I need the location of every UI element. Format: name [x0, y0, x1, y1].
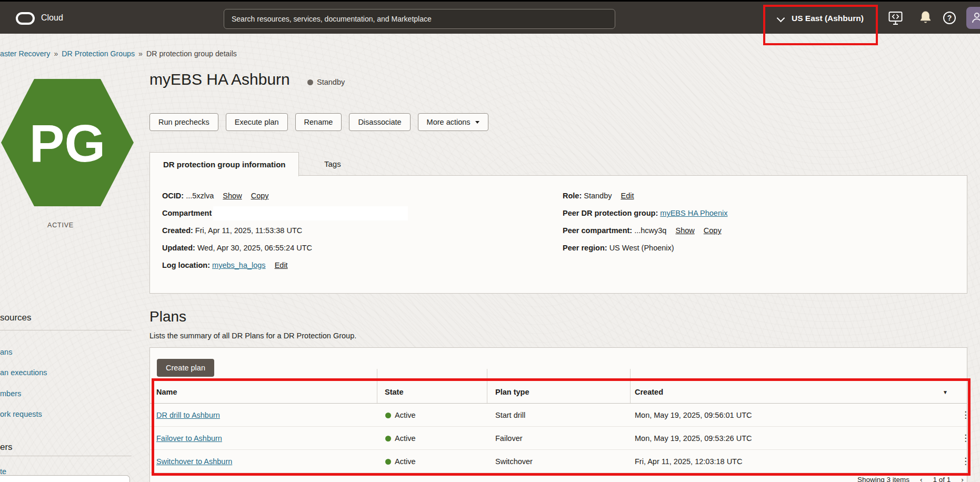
log-location-edit-link[interactable]: Edit [275, 261, 288, 269]
sidebar-item-members[interactable]: mbers [0, 389, 21, 398]
global-search-input[interactable] [224, 9, 615, 29]
sidebar-resources-heading: sources [0, 313, 32, 323]
column-header-name[interactable]: Name [156, 380, 177, 404]
peer-region-value: US West (Phoenix) [609, 244, 674, 252]
region-selector[interactable]: US East (Ashburn) [792, 14, 864, 23]
updated-field: Updated: Wed, Apr 30, 2025, 06:55:24 UTC [162, 244, 312, 252]
plan-state: Active [395, 450, 416, 473]
help-icon[interactable]: ? [943, 12, 956, 24]
breadcrumb-dr-protection-groups[interactable]: DR Protection Groups [62, 49, 135, 58]
protection-group-hexagon-icon: PG [1, 79, 134, 208]
column-header-created[interactable]: Created [635, 380, 663, 404]
plan-created: Mon, May 19, 2025, 09:53:26 UTC [635, 427, 752, 450]
compartment-value-redaction [213, 206, 408, 220]
peer-region-label: Peer region: [563, 244, 607, 252]
created-label: Created: [162, 226, 193, 235]
role-label: Role: [563, 192, 582, 200]
dr-protection-group-information-panel: OCID: ...5xzlva Show Copy Compartment Cr… [149, 175, 967, 294]
peer-group-link[interactable]: myEBS HA Phoenix [660, 209, 727, 217]
sidebar-item-plan-executions[interactable]: an executions [0, 368, 47, 377]
created-field: Created: Fri, Apr 11, 2025, 11:53:38 UTC [162, 226, 302, 235]
column-header-plan-type[interactable]: Plan type [495, 380, 529, 404]
peer-compartment-label: Peer compartment: [563, 226, 632, 235]
create-plan-button[interactable]: Create plan [157, 359, 214, 377]
page-title: myEBS HA Ashburn [149, 71, 290, 88]
sidebar-filters-heading: ers [0, 442, 13, 453]
compartment-label: Compartment [162, 209, 212, 217]
notifications-bell-icon[interactable] [919, 11, 932, 27]
plans-panel: Create plan Name State Plan type Created… [149, 347, 967, 482]
ocid-field: OCID: ...5xzlva Show Copy [162, 192, 269, 200]
created-value: Fri, Apr 11, 2025, 11:53:38 UTC [195, 226, 302, 235]
plan-type: Failover [495, 427, 523, 450]
user-avatar[interactable] [966, 7, 980, 29]
tab-dr-protection-group-information[interactable]: DR protection group information [149, 152, 299, 176]
active-state-dot [385, 436, 391, 441]
pagination-prev-icon[interactable]: ‹ [920, 476, 923, 482]
sidebar-item-plans[interactable]: ans [0, 348, 12, 356]
sidebar-divider [0, 456, 132, 456]
peer-compartment-value: ...hcwy3q [634, 226, 666, 235]
plans-heading: Plans [149, 308, 186, 325]
updated-label: Updated: [162, 244, 195, 252]
plan-link[interactable]: Failover to Ashburn [156, 434, 222, 443]
table-row: Failover to Ashburn Active Failover Mon,… [150, 427, 967, 450]
ocid-show-link[interactable]: Show [223, 192, 242, 200]
standby-status-label: Standby [317, 78, 345, 86]
table-row: Switchover to Ashburn Active Switchover … [150, 450, 967, 473]
plan-state: Active [395, 427, 416, 450]
sidebar-item-work-requests[interactable]: ork requests [0, 410, 42, 418]
brand-label: Cloud [41, 13, 63, 23]
plan-created: Mon, May 19, 2025, 09:56:01 UTC [635, 404, 752, 427]
rename-button[interactable]: Rename [295, 113, 342, 131]
compartment-field: Compartment [162, 209, 212, 217]
plan-type: Start drill [495, 404, 525, 427]
oracle-logo-icon [16, 12, 35, 25]
plans-description: Lists the summary of all DR Plans for a … [149, 332, 356, 340]
showing-items-label: Showing 3 items [857, 476, 909, 482]
role-field: Role: Standby Edit [563, 192, 634, 200]
chevron-down-icon [475, 121, 479, 124]
cloud-shell-icon[interactable] [888, 11, 903, 27]
hexagon-pg-text: PG [29, 114, 105, 173]
log-location-link[interactable]: myebs_ha_logs [212, 261, 266, 269]
sidebar-item-state[interactable]: te [0, 467, 6, 476]
peer-compartment-field: Peer compartment: ...hcwy3q Show Copy [563, 226, 722, 235]
ocid-label: OCID: [162, 192, 184, 200]
pagination-next-icon[interactable]: › [961, 476, 964, 482]
column-header-state[interactable]: State [385, 380, 403, 404]
execute-plan-button[interactable]: Execute plan [226, 113, 288, 131]
row-actions-kebab-icon[interactable]: ⋮ [961, 404, 970, 427]
plan-created: Fri, Apr 11, 2025, 12:03:18 UTC [635, 450, 742, 473]
more-actions-button[interactable]: More actions [418, 113, 488, 131]
row-actions-kebab-icon[interactable]: ⋮ [961, 450, 970, 473]
tab-tags[interactable]: Tags [316, 152, 349, 176]
peer-compartment-copy-link[interactable]: Copy [704, 226, 722, 235]
run-prechecks-button[interactable]: Run prechecks [149, 113, 218, 131]
table-row: DR drill to Ashburn Active Start drill M… [150, 404, 967, 427]
standby-status-dot [307, 79, 313, 85]
row-actions-kebab-icon[interactable]: ⋮ [961, 427, 970, 450]
peer-compartment-show-link[interactable]: Show [675, 226, 694, 235]
sidebar-divider [0, 330, 132, 330]
log-location-label: Log location: [162, 261, 210, 269]
plan-link[interactable]: Switchover to Ashburn [156, 457, 232, 466]
role-edit-link[interactable]: Edit [621, 192, 634, 200]
active-state-dot [385, 413, 391, 418]
peer-group-label: Peer DR protection group: [563, 209, 658, 217]
log-location-field: Log location: myebs_ha_logs Edit [162, 261, 288, 269]
resource-state-caption: ACTIVE [31, 222, 91, 229]
ocid-value: ...5xzlva [186, 192, 214, 200]
table-footer: Showing 3 items ‹ 1 of 1 › [857, 476, 964, 482]
plan-link[interactable]: DR drill to Ashburn [156, 411, 220, 419]
oci-console-page: Cloud US East (Ashburn) ? [0, 0, 980, 482]
ocid-copy-link[interactable]: Copy [251, 192, 269, 200]
breadcrumb-separator: » [54, 49, 58, 58]
sort-descending-icon[interactable]: ▼ [943, 389, 948, 395]
region-chevron-down-icon[interactable] [778, 15, 784, 21]
disassociate-button[interactable]: Disassociate [349, 113, 410, 131]
action-buttons-row: Run prechecks Execute plan Rename Disass… [149, 113, 488, 131]
plan-state: Active [395, 404, 416, 427]
updated-value: Wed, Apr 30, 2025, 06:55:24 UTC [197, 244, 312, 252]
breadcrumb-disaster-recovery[interactable]: aster Recovery [0, 49, 50, 58]
